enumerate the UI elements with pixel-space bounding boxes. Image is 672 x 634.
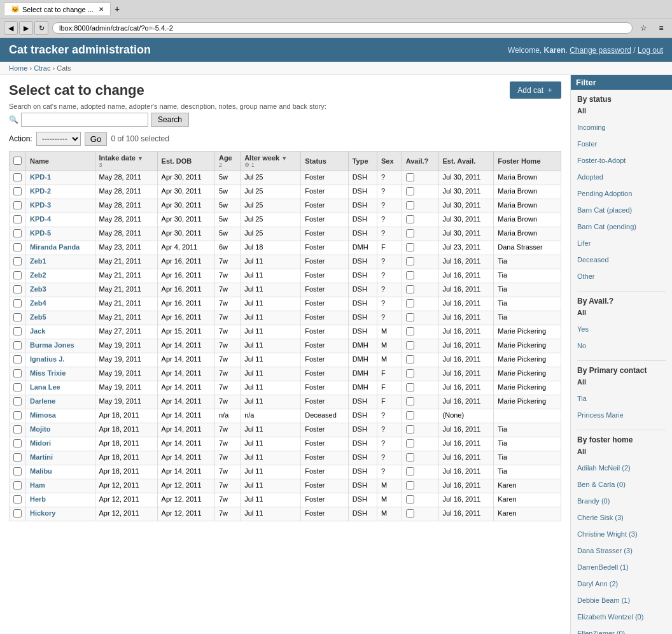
row-checkbox[interactable] [13, 467, 22, 476]
row-checkbox-cell[interactable] [10, 437, 26, 451]
th-age-link[interactable]: Age [219, 154, 232, 162]
foster-item-1[interactable]: Adilah McNeil (2) [577, 463, 666, 472]
row-checkbox-cell[interactable] [10, 479, 26, 493]
row-checkbox-cell[interactable] [10, 297, 26, 311]
foster-item-5[interactable]: Christine Wright (3) [577, 530, 666, 539]
row-checkbox-cell[interactable] [10, 409, 26, 423]
row-avail[interactable] [402, 227, 438, 241]
change-password-link[interactable]: Change password [570, 46, 631, 55]
cat-name-link[interactable]: Jack [30, 327, 45, 335]
th-name[interactable]: Name [26, 151, 95, 171]
cat-name-link[interactable]: Zeb5 [30, 313, 46, 321]
row-checkbox-cell[interactable] [10, 507, 26, 521]
row-checkbox-cell[interactable] [10, 367, 26, 381]
cat-name-link[interactable]: Hickory [30, 509, 55, 517]
cat-name-link[interactable]: Midori [30, 439, 51, 447]
row-checkbox[interactable] [13, 173, 22, 181]
row-avail[interactable] [402, 199, 438, 213]
row-checkbox-cell[interactable] [10, 311, 26, 325]
foster-item-6[interactable]: Dana Strasser (3) [577, 546, 666, 555]
row-checkbox-cell[interactable] [10, 241, 26, 255]
row-checkbox[interactable] [13, 369, 22, 377]
row-checkbox[interactable] [13, 481, 22, 490]
status-item-1[interactable]: Incoming [577, 123, 666, 132]
add-cat-button[interactable]: Add cat ＋ [510, 81, 561, 99]
cat-name-link[interactable]: KPD-4 [30, 215, 51, 223]
row-checkbox-cell[interactable] [10, 185, 26, 199]
status-item-5[interactable]: Pending Adoption [577, 189, 666, 198]
foster-item-0[interactable]: All [577, 447, 666, 456]
row-checkbox[interactable] [13, 495, 22, 504]
avail-checkbox[interactable] [406, 285, 414, 293]
foster-item-8[interactable]: Daryl Ann (2) [577, 579, 666, 588]
row-checkbox-cell[interactable] [10, 423, 26, 437]
foster-item-7[interactable]: DarrenBedell (1) [577, 563, 666, 572]
cat-name-link[interactable]: Burma Jones [30, 341, 74, 349]
address-text[interactable]: lbox:8000/admin/ctrac/cat/?o=-5.4.-2 [59, 24, 173, 32]
row-avail[interactable] [402, 283, 438, 297]
reload-button[interactable]: ↻ [34, 21, 48, 35]
status-item-8[interactable]: Lifer [577, 239, 666, 248]
avail-checkbox[interactable] [406, 271, 414, 279]
row-checkbox[interactable] [13, 355, 22, 363]
row-checkbox[interactable] [13, 201, 22, 209]
th-sex-link[interactable]: Sex [381, 157, 394, 165]
search-input[interactable] [21, 113, 148, 127]
status-item-7[interactable]: Barn Cat (pending) [577, 222, 666, 231]
row-checkbox-cell[interactable] [10, 269, 26, 283]
avail-checkbox[interactable] [406, 229, 414, 237]
avail-checkbox[interactable] [406, 313, 414, 321]
tab-close-icon[interactable]: ✕ [99, 6, 104, 13]
search-button[interactable]: Search [151, 113, 189, 127]
row-avail[interactable] [402, 423, 438, 437]
row-avail[interactable] [402, 269, 438, 283]
avail-checkbox[interactable] [406, 369, 414, 377]
row-checkbox-cell[interactable] [10, 213, 26, 227]
row-avail[interactable] [402, 381, 438, 395]
row-checkbox[interactable] [13, 341, 22, 349]
contact-item-2[interactable]: Princess Marie [577, 411, 666, 419]
th-type-link[interactable]: Type [353, 157, 368, 165]
avail-item-2[interactable]: No [577, 341, 666, 350]
row-avail[interactable] [402, 493, 438, 507]
menu-icon[interactable]: ≡ [654, 21, 668, 35]
select-all-checkbox[interactable] [13, 157, 22, 165]
row-checkbox[interactable] [13, 257, 22, 265]
row-checkbox[interactable] [13, 285, 22, 293]
row-avail[interactable] [402, 451, 438, 465]
bookmark-icon[interactable]: ☆ [636, 21, 650, 35]
row-checkbox[interactable] [13, 271, 22, 279]
avail-checkbox[interactable] [406, 383, 414, 391]
row-avail[interactable] [402, 241, 438, 255]
row-checkbox-cell[interactable] [10, 255, 26, 269]
row-avail[interactable] [402, 353, 438, 367]
row-avail[interactable] [402, 339, 438, 353]
forward-button[interactable]: ▶ [19, 21, 33, 35]
select-all-col[interactable] [10, 151, 26, 171]
row-checkbox[interactable] [13, 425, 22, 433]
row-checkbox-cell[interactable] [10, 353, 26, 367]
cat-name-link[interactable]: Martini [30, 453, 53, 461]
row-avail[interactable] [402, 255, 438, 269]
contact-item-1[interactable]: Tia [577, 394, 666, 403]
th-status[interactable]: Status [301, 151, 348, 171]
row-checkbox[interactable] [13, 187, 22, 195]
row-avail[interactable] [402, 185, 438, 199]
cat-name-link[interactable]: Zeb3 [30, 285, 46, 293]
row-avail[interactable] [402, 409, 438, 423]
cat-name-link[interactable]: KPD-3 [30, 201, 51, 209]
cat-name-link[interactable]: Mimosa [30, 411, 56, 419]
avail-checkbox[interactable] [406, 327, 414, 335]
row-avail[interactable] [402, 437, 438, 451]
row-checkbox[interactable] [13, 397, 22, 405]
row-checkbox-cell[interactable] [10, 451, 26, 465]
avail-checkbox[interactable] [406, 411, 414, 419]
cat-name-link[interactable]: KPD-5 [30, 229, 51, 237]
avail-checkbox[interactable] [406, 495, 414, 504]
row-avail[interactable] [402, 311, 438, 325]
avail-checkbox[interactable] [406, 467, 414, 476]
cat-name-link[interactable]: Zeb1 [30, 257, 46, 265]
row-checkbox[interactable] [13, 327, 22, 335]
status-item-6[interactable]: Barn Cat (placed) [577, 206, 666, 215]
contact-item-0[interactable]: All [577, 377, 666, 386]
